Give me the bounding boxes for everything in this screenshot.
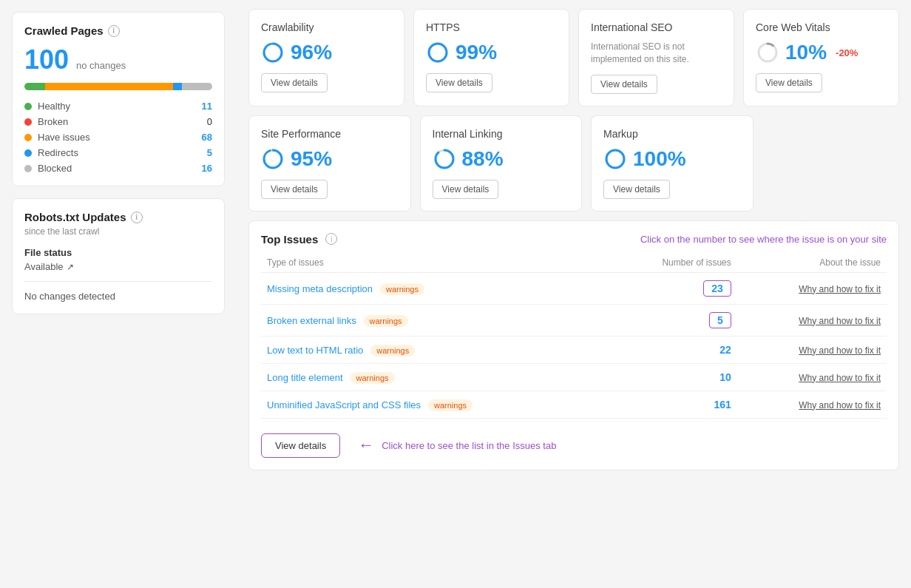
- issues-table-head: Type of issues Number of issues About th…: [261, 253, 887, 273]
- issue-count-4[interactable]: 10: [608, 363, 737, 391]
- issue-count-3[interactable]: 22: [608, 336, 737, 363]
- arrow-hint-row: ← Click here to see the list in the Issu…: [352, 436, 887, 455]
- badge-1: warnings: [380, 283, 424, 295]
- metric-crawlability: Crawlability 96% View details: [248, 9, 404, 107]
- click-hint-text: Click here to see the list in the Issues…: [382, 440, 556, 451]
- markup-ring-icon: [603, 147, 627, 171]
- crawlability-percent: 96%: [291, 41, 332, 64]
- robots-card: Robots.txt Updates i since the last craw…: [12, 198, 225, 314]
- svg-point-11: [606, 150, 624, 168]
- metric-core-web-vitals: Core Web Vitals 10% -20% View details: [743, 9, 899, 107]
- blocked-count: 16: [202, 163, 212, 174]
- why-link-1: Why and how to fix it: [737, 272, 887, 304]
- core-web-vitals-change: -20%: [836, 47, 858, 58]
- internal-linking-ring-icon: [433, 147, 456, 171]
- table-row: Broken external links warnings 5 Why and…: [261, 304, 887, 336]
- badge-2: warnings: [364, 315, 408, 327]
- issue-name-2: Broken external links warnings: [261, 304, 608, 336]
- https-ring-icon: [426, 41, 450, 64]
- arrow-left-icon: ←: [358, 436, 374, 455]
- badge-5: warnings: [428, 399, 473, 411]
- dot-redirects: [24, 149, 32, 157]
- why-link-2: Why and how to fix it: [737, 304, 887, 336]
- legend-blocked: Blocked 16: [24, 163, 212, 174]
- dot-issues: [24, 134, 32, 141]
- metric-international-seo: International SEO International SEO is n…: [578, 9, 734, 107]
- table-row: Unminified JavaScript and CSS files warn…: [261, 391, 887, 418]
- view-details-row: View details ← Click here to see the lis…: [261, 429, 887, 458]
- site-performance-ring-icon: [261, 147, 285, 171]
- table-row: Low text to HTML ratio warnings 22 Why a…: [261, 336, 887, 363]
- why-link-4: Why and how to fix it: [737, 363, 887, 391]
- crawled-pages-card: Crawled Pages i 100 no changes Healthy 1…: [12, 12, 225, 186]
- dot-broken: [24, 118, 32, 126]
- pb-redirects: [173, 83, 183, 90]
- issues-hint: Click on the number to see where the iss…: [345, 234, 887, 245]
- crawled-pages-title: Crawled Pages i: [24, 24, 212, 37]
- issues-table-body: Missing meta description warnings 23 Why…: [261, 272, 887, 418]
- issue-count-2[interactable]: 5: [608, 304, 737, 336]
- metric-internal-linking: Internal Linking 88% View details: [420, 115, 583, 212]
- top-issues-view-details-btn[interactable]: View details: [261, 433, 340, 458]
- crawled-progress-bar: [24, 83, 212, 90]
- issue-count-5[interactable]: 161: [608, 391, 737, 418]
- core-web-vitals-ring-icon: [756, 41, 779, 64]
- crawled-no-changes: no changes: [76, 60, 126, 71]
- internal-linking-view-details-btn[interactable]: View details: [433, 180, 499, 199]
- svg-point-9: [436, 150, 453, 168]
- table-row: Long title element warnings 10 Why and h…: [261, 363, 887, 391]
- metric-https: HTTPS 99% View details: [413, 9, 569, 107]
- issue-count-1[interactable]: 23: [608, 272, 737, 304]
- metric-international-seo-title: International SEO: [591, 21, 722, 33]
- why-link-3: Why and how to fix it: [737, 336, 887, 363]
- svg-point-1: [264, 44, 282, 61]
- core-web-vitals-view-details-btn[interactable]: View details: [756, 73, 822, 92]
- issues-header: Top Issues i Click on the number to see …: [261, 233, 887, 246]
- col-about: About the issue: [737, 253, 887, 273]
- main-content: Crawlability 96% View details HTTPS: [237, 0, 911, 588]
- robots-title: Robots.txt Updates i: [24, 211, 212, 223]
- file-status-label: File status: [24, 247, 212, 258]
- metrics-row-2: Site Performance 95% View details Intern…: [248, 115, 899, 212]
- crawled-legend: Healthy 11 Broken 0 Have issues 68 Redir…: [24, 101, 212, 174]
- no-changes-text: No changes detected: [24, 291, 212, 302]
- col-type: Type of issues: [261, 253, 608, 273]
- crawled-pages-info-icon[interactable]: i: [108, 25, 120, 37]
- markup-view-details-btn[interactable]: View details: [603, 180, 670, 199]
- svg-point-7: [264, 150, 282, 168]
- dot-blocked: [24, 165, 32, 172]
- metric-site-performance: Site Performance 95% View details: [248, 115, 411, 212]
- issues-title: Top Issues: [261, 233, 318, 246]
- crawlability-ring-icon: [261, 41, 285, 64]
- metric-markup: Markup 100% View details: [591, 115, 753, 212]
- robots-info-icon[interactable]: i: [131, 212, 143, 223]
- pb-blocked: [182, 83, 212, 90]
- pb-issues: [45, 83, 173, 90]
- metrics-spacer: [762, 115, 900, 212]
- metrics-row-1: Crawlability 96% View details HTTPS: [248, 9, 899, 107]
- core-web-vitals-percent: 10%: [785, 41, 827, 64]
- legend-broken: Broken 0: [24, 116, 212, 127]
- metric-internal-linking-title: Internal Linking: [433, 128, 570, 140]
- file-available: Available ↗: [24, 261, 212, 272]
- issues-info-icon[interactable]: i: [325, 233, 337, 245]
- metric-https-title: HTTPS: [426, 21, 557, 33]
- site-performance-percent: 95%: [291, 147, 332, 171]
- issue-name-3: Low text to HTML ratio warnings: [261, 336, 608, 363]
- table-row: Missing meta description warnings 23 Why…: [261, 272, 887, 304]
- metric-site-performance-title: Site Performance: [261, 128, 399, 140]
- internal-linking-percent: 88%: [462, 147, 504, 171]
- markup-percent: 100%: [633, 147, 686, 171]
- issue-name-1: Missing meta description warnings: [261, 272, 608, 304]
- robots-divider: [24, 281, 212, 282]
- pb-healthy: [24, 83, 45, 90]
- https-view-details-btn[interactable]: View details: [426, 73, 492, 92]
- metric-crawlability-title: Crawlability: [261, 21, 392, 33]
- international-seo-view-details-btn[interactable]: View details: [591, 75, 657, 94]
- site-performance-view-details-btn[interactable]: View details: [261, 180, 328, 199]
- metric-core-web-vitals-title: Core Web Vitals: [756, 21, 887, 33]
- crawlability-view-details-btn[interactable]: View details: [261, 73, 328, 92]
- col-number: Number of issues: [608, 253, 737, 273]
- robots-since-label: since the last crawl: [24, 226, 212, 237]
- external-link-icon[interactable]: ↗: [67, 262, 74, 272]
